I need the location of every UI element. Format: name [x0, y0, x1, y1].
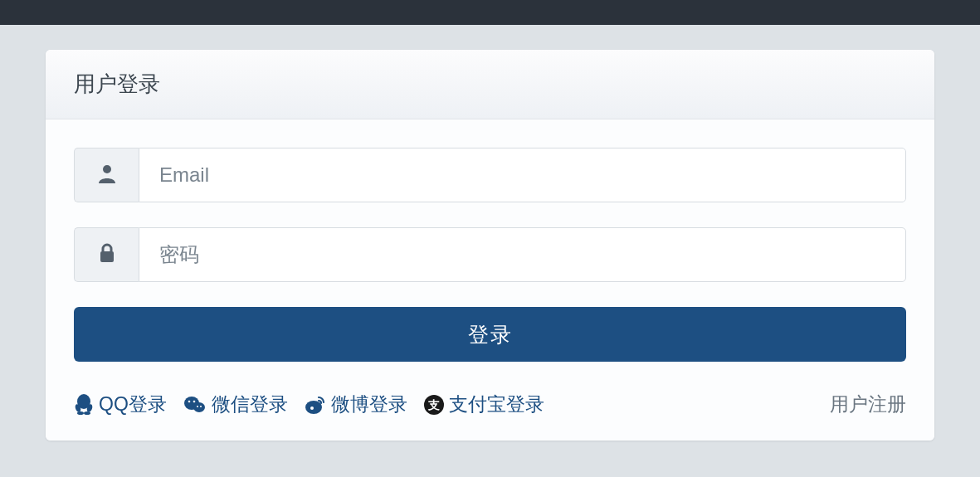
password-addon — [74, 227, 139, 282]
weibo-login-link[interactable]: 微博登录 — [305, 392, 407, 417]
svg-point-5 — [77, 411, 84, 415]
links-row: QQ登录 微信 — [74, 392, 906, 417]
password-input-group — [74, 227, 906, 282]
svg-point-11 — [197, 406, 198, 407]
alipay-login-link[interactable]: 支 支付宝登录 — [424, 392, 544, 417]
password-field[interactable] — [139, 227, 906, 282]
svg-point-12 — [200, 406, 202, 407]
alipay-login-label: 支付宝登录 — [449, 392, 544, 417]
email-input-group — [74, 148, 906, 202]
svg-point-14 — [310, 406, 314, 410]
panel-header: 用户登录 — [46, 50, 934, 119]
svg-point-8 — [193, 402, 205, 412]
qq-icon — [74, 394, 94, 416]
email-addon — [74, 148, 139, 202]
svg-point-13 — [305, 401, 322, 414]
svg-rect-1 — [100, 251, 114, 262]
weibo-icon — [305, 395, 326, 415]
svg-point-10 — [193, 400, 195, 402]
wechat-icon — [183, 395, 207, 415]
social-links: QQ登录 微信 — [74, 392, 544, 417]
qq-login-link[interactable]: QQ登录 — [74, 392, 167, 417]
login-button[interactable]: 登录 — [74, 307, 906, 362]
wechat-login-link[interactable]: 微信登录 — [183, 392, 288, 417]
wechat-login-label: 微信登录 — [212, 392, 288, 417]
weibo-login-label: 微博登录 — [331, 392, 407, 417]
page-background: 用户登录 — [0, 25, 980, 465]
svg-point-9 — [188, 400, 190, 402]
top-bar — [0, 0, 980, 25]
lock-icon — [99, 243, 115, 266]
svg-point-0 — [103, 165, 111, 173]
svg-point-6 — [84, 411, 90, 415]
svg-text:支: 支 — [427, 398, 440, 411]
panel-title: 用户登录 — [74, 70, 906, 99]
panel-body: 登录 QQ登录 — [46, 119, 934, 440]
email-field[interactable] — [139, 148, 906, 202]
user-icon — [98, 163, 116, 187]
alipay-icon: 支 — [424, 395, 444, 415]
qq-login-label: QQ登录 — [99, 392, 167, 417]
register-link[interactable]: 用户注册 — [830, 392, 906, 417]
login-panel: 用户登录 — [46, 50, 934, 440]
